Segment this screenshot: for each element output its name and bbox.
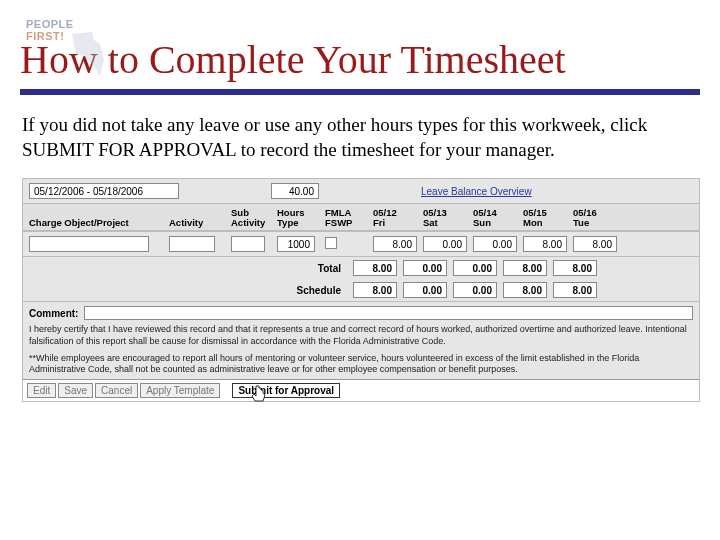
sub-activity-input[interactable] — [231, 236, 265, 252]
hours-input-3[interactable]: 8.00 — [523, 236, 567, 252]
certification-text-2: **While employees are encouraged to repo… — [23, 351, 699, 380]
hdr-day-2: 05/14Sun — [473, 208, 519, 228]
total-label: Total — [29, 263, 349, 274]
pay-period-field[interactable]: 05/12/2006 - 05/18/2006 — [29, 183, 179, 199]
sched-1: 0.00 — [403, 282, 447, 298]
hours-input-1[interactable]: 0.00 — [423, 236, 467, 252]
hdr-day-1: 05/13Sat — [423, 208, 469, 228]
sched-3: 8.00 — [503, 282, 547, 298]
instruction-text: If you did not take any leave or use any… — [22, 113, 696, 162]
schedule-label: Schedule — [29, 285, 349, 296]
charge-input[interactable] — [29, 236, 149, 252]
total-2: 0.00 — [453, 260, 497, 276]
button-bar: Edit Save Cancel Apply Template Submit f… — [23, 379, 699, 401]
certification-text-1: I hereby certify that I have reviewed th… — [23, 322, 699, 351]
hdr-sub-activity: Sub Activity — [231, 208, 273, 228]
hours-type-input[interactable]: 1000 — [277, 236, 315, 252]
hdr-fmla: FMLA FSWP — [325, 208, 369, 228]
total-4: 8.00 — [553, 260, 597, 276]
title-rule — [20, 89, 700, 95]
save-button[interactable]: Save — [58, 383, 93, 398]
total-3: 8.00 — [503, 260, 547, 276]
activity-input[interactable] — [169, 236, 215, 252]
total-hours-field: 40.00 — [271, 183, 319, 199]
total-0: 8.00 — [353, 260, 397, 276]
hours-input-2[interactable]: 0.00 — [473, 236, 517, 252]
hdr-activity: Activity — [169, 217, 227, 228]
hdr-day-4: 05/16Tue — [573, 208, 619, 228]
total-1: 0.00 — [403, 260, 447, 276]
hdr-charge: Charge Object/Project — [29, 217, 165, 228]
leave-balance-link[interactable]: Leave Balance Overview — [421, 186, 532, 197]
hours-input-0[interactable]: 8.00 — [373, 236, 417, 252]
sched-0: 8.00 — [353, 282, 397, 298]
cancel-button[interactable]: Cancel — [95, 383, 138, 398]
sched-4: 8.00 — [553, 282, 597, 298]
hdr-day-3: 05/15Mon — [523, 208, 569, 228]
comment-input[interactable] — [84, 306, 693, 320]
apply-template-button[interactable]: Apply Template — [140, 383, 220, 398]
column-headers: Charge Object/Project Activity Sub Activ… — [23, 203, 699, 231]
comment-label: Comment: — [29, 308, 78, 319]
fmla-checkbox[interactable] — [325, 237, 337, 249]
timesheet-screenshot: 05/12/2006 - 05/18/2006 40.00 Leave Bala… — [22, 178, 700, 402]
hdr-hours-type: Hours Type — [277, 208, 321, 228]
schedule-row: Schedule 8.00 0.00 0.00 8.00 8.00 — [23, 279, 699, 301]
edit-button[interactable]: Edit — [27, 383, 56, 398]
sched-2: 0.00 — [453, 282, 497, 298]
hdr-day-0: 05/12Fri — [373, 208, 419, 228]
total-row: Total 8.00 0.00 0.00 8.00 8.00 — [23, 256, 699, 279]
submit-for-approval-button[interactable]: Submit for Approval — [232, 383, 340, 398]
page-title: How to Complete Your Timesheet — [20, 36, 700, 83]
hours-input-4[interactable]: 8.00 — [573, 236, 617, 252]
timesheet-row: 1000 8.00 0.00 0.00 8.00 8.00 — [23, 231, 699, 256]
